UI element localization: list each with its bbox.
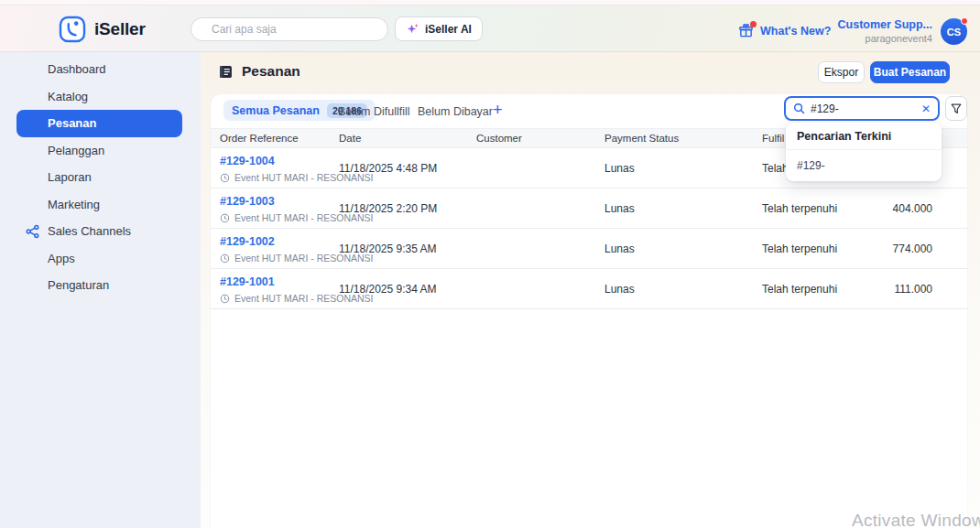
sidebar-item-laporan[interactable]: Laporan [0, 164, 201, 191]
payment-status: Lunas [604, 202, 635, 215]
sidebar-item-pesanan[interactable]: Pesanan [16, 110, 182, 137]
gift-icon [738, 23, 754, 38]
column-order-reference: Order Reference [220, 133, 299, 144]
orders-icon [218, 64, 234, 80]
avatar[interactable]: CS [941, 18, 967, 45]
table-row[interactable]: #129-1001 Event HUT MARI - RESONANSI 11/… [211, 269, 967, 309]
sidebar-item-dashboard[interactable]: Dashboard [0, 56, 201, 83]
order-date: 11/18/2025 9:35 AM [339, 242, 437, 255]
event-icon [220, 253, 230, 264]
sidebar-item-label: Katalog [48, 90, 88, 103]
sidebar-item-label: Dashboard [48, 62, 106, 76]
account-store-name: paragonevent4 [838, 33, 932, 44]
top-header-bar: iSeller iSeller AI What's New? Customer … [0, 5, 980, 52]
fulfillment-status: Telah [762, 162, 789, 175]
event-icon [220, 213, 230, 223]
fulfillment-status: Telah terpenuhi [762, 283, 837, 296]
whats-new-button[interactable]: What's New? [738, 23, 831, 38]
sidebar-item-label: Laporan [48, 170, 92, 184]
orders-card: Semua Pesanan 20.186 Belum Difullfill Be… [211, 94, 967, 528]
activate-windows-watermark: Activate Window [852, 511, 980, 528]
sidebar-item-pelanggan[interactable]: Pelanggan [0, 137, 201, 165]
table-row[interactable]: #129-1002 Event HUT MARI - RESONANSI 11/… [211, 229, 967, 269]
brand-logo[interactable]: iSeller [59, 16, 146, 43]
main-content: Pesanan Ekspor Buat Pesanan Semua Pesana… [201, 52, 980, 528]
tab-label: Semua Pesanan [232, 104, 320, 117]
column-payment-status: Payment Status [604, 133, 679, 144]
column-customer: Customer [476, 133, 522, 144]
page-header: Pesanan [218, 63, 300, 80]
fulfillment-status: Telah terpenuhi [762, 242, 837, 255]
account-name: Customer Supp... [838, 18, 932, 31]
avatar-notification-dot [961, 17, 968, 25]
sidebar-item-apps[interactable]: Apps [0, 245, 201, 273]
table-row[interactable]: #129-1003 Event HUT MARI - RESONANSI 11/… [211, 189, 967, 229]
tab-belum-difullfill[interactable]: Belum Difullfill [338, 105, 410, 118]
iseller-ai-button[interactable]: iSeller AI [395, 16, 483, 41]
order-total: 404.000 [893, 202, 932, 215]
payment-status: Lunas [604, 162, 635, 175]
fulfillment-status: Telah terpenuhi [762, 202, 837, 215]
sidebar-nav: Dashboard Katalog Pesanan Pelanggan Lapo… [0, 52, 201, 528]
payment-status: Lunas [604, 283, 635, 296]
create-order-button[interactable]: Buat Pesanan [870, 61, 950, 83]
add-tab-icon[interactable]: + [493, 100, 503, 120]
order-search-input[interactable] [811, 102, 921, 115]
sidebar-item-label: Pengaturan [48, 278, 109, 292]
sidebar-item-sales-channels[interactable]: Sales Channels [0, 218, 201, 245]
funnel-icon [950, 102, 963, 115]
avatar-initials: CS [947, 27, 961, 38]
account-menu[interactable]: Customer Supp... paragonevent4 [838, 18, 932, 44]
order-link[interactable]: #129-1001 [220, 275, 275, 288]
sidebar-item-katalog[interactable]: Katalog [0, 83, 201, 111]
sparkle-icon [406, 22, 419, 36]
event-icon [220, 173, 230, 183]
iseller-logo-icon [59, 16, 86, 43]
order-date: 11/18/2025 2:20 PM [339, 202, 437, 215]
recent-search-title: Pencarian Terkini [786, 123, 942, 150]
recent-search-dropdown: Pencarian Terkini #129- [786, 123, 942, 181]
column-fulfillment: Fulfil [762, 133, 784, 144]
recent-search-item[interactable]: #129- [786, 150, 942, 181]
ai-button-label: iSeller AI [425, 23, 472, 36]
whats-new-label: What's New? [760, 25, 831, 38]
order-link[interactable]: #129-1003 [220, 195, 275, 208]
share-network-icon [26, 224, 40, 242]
search-icon [793, 102, 805, 114]
global-search-input[interactable] [191, 17, 388, 41]
order-total: 111.000 [894, 283, 932, 296]
order-date: 11/18/2025 4:48 PM [339, 162, 437, 175]
sidebar-item-label: Pesanan [48, 116, 96, 130]
clear-search-icon[interactable]: ✕ [921, 102, 931, 115]
sidebar-item-label: Apps [48, 252, 75, 265]
order-link[interactable]: #129-1002 [220, 235, 275, 248]
tab-belum-dibayar[interactable]: Belum Dibayar [418, 105, 493, 118]
page-title: Pesanan [242, 63, 300, 80]
order-search-box[interactable]: ✕ [784, 96, 940, 121]
column-date: Date [339, 133, 361, 144]
order-date: 11/18/2025 9:34 AM [339, 283, 437, 296]
filter-button[interactable] [945, 96, 967, 121]
sidebar-item-label: Pelanggan [48, 144, 104, 157]
sidebar-item-pengaturan[interactable]: Pengaturan [0, 272, 201, 299]
payment-status: Lunas [604, 242, 635, 255]
order-link[interactable]: #129-1004 [220, 155, 275, 167]
order-total: 774.000 [893, 242, 932, 255]
sidebar-item-marketing[interactable]: Marketing [0, 191, 201, 219]
brand-name: iSeller [94, 19, 146, 39]
event-icon [220, 294, 230, 304]
export-button[interactable]: Ekspor [818, 61, 865, 83]
sidebar-item-label: Sales Channels [48, 224, 131, 238]
whats-new-notification-dot [750, 21, 757, 27]
sidebar-item-label: Marketing [48, 198, 100, 211]
